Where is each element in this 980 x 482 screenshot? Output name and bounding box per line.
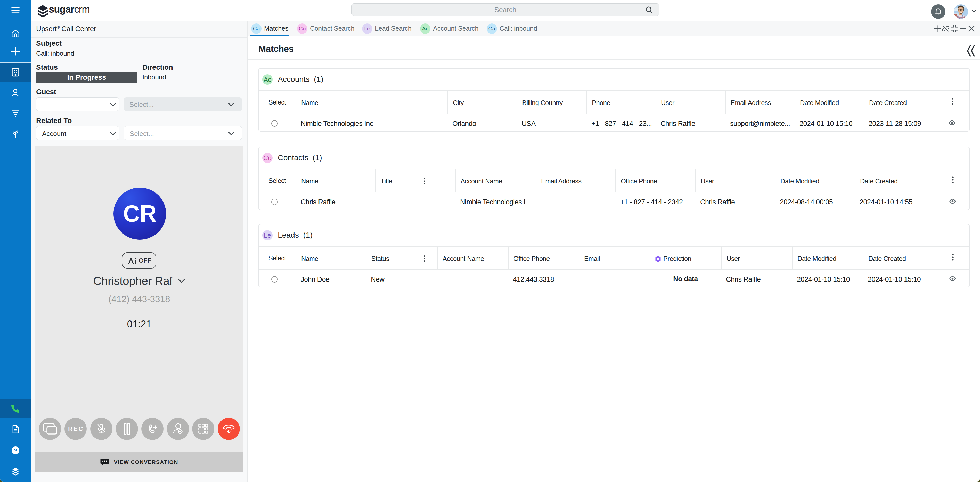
svg-text:?: ? (14, 447, 17, 453)
